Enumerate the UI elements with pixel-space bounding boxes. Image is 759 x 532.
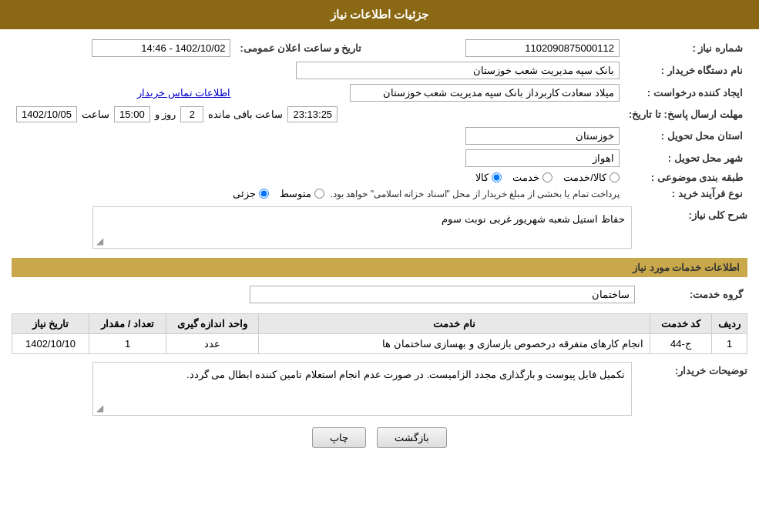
group-table: گروه خدمت: ساختمان — [12, 283, 747, 306]
radio-kala-khedmat-input[interactable] — [610, 172, 620, 182]
shomara-announce-row: شماره نیاز : 1102090875000112 تاریخ و سا… — [12, 37, 747, 59]
sharh-box-wrapper: حفاظ استیل شعبه شهریور غربی نوبت سوم ◢ — [12, 206, 632, 249]
page-wrapper: جزئیات اطلاعات نیاز شماره نیاز : 1102090… — [0, 0, 759, 532]
pardakht-text: پرداخت تمام یا بخشی از مبلغ خریدار از مح… — [331, 189, 620, 199]
type-kharid-flex: پرداخت تمام یا بخشی از مبلغ خریدار از مح… — [16, 188, 620, 199]
kala-label: کالا — [475, 172, 489, 183]
tabagheh-value: کالا/خدمت خدمت کالا — [12, 169, 624, 186]
print-button[interactable]: چاپ — [312, 427, 366, 448]
roz-label: روز و — [155, 109, 176, 120]
back-button[interactable]: بازگشت — [377, 427, 447, 448]
radio-motavaset: متوسط — [280, 188, 324, 199]
jozi-label: جزئی — [233, 188, 256, 199]
mohlat-row: مهلت ارسال پاسخ: تا تاریخ: 23:13:25 ساعت… — [12, 104, 747, 125]
radio-khedmat: خدمت — [512, 172, 552, 183]
tabagheh-label: طبقه بندی موضوعی : — [624, 169, 747, 186]
buyer-desc-value: تکمیل فایل پیوست و بارگذاری مجدد الزامیس… — [186, 369, 625, 380]
col-name: نام خدمت — [259, 314, 650, 334]
ostan-label: استان محل تحویل : — [624, 125, 747, 147]
khadamat-section-title: اطلاعات خدمات مورد نیاز — [12, 258, 747, 277]
roz-value: 2 — [180, 106, 203, 122]
services-tbody: 1 ج-44 انجام کارهای متفرقه درخصوص بازساز… — [12, 334, 747, 354]
services-thead: ردیف کد خدمت نام خدمت واحد اندازه گیری ت… — [12, 314, 747, 334]
mohlat-value: 23:13:25 ساعت باقی مانده 2 روز و 15:00 س… — [12, 104, 624, 125]
type-kharid-label: نوع فرآیند خرید : — [624, 186, 747, 202]
etelaeat-link-cell: اطلاعات تماس خریدار — [12, 82, 235, 104]
shomara-niaz-label: شماره نیاز : — [624, 37, 747, 59]
saat-value: 15:00 — [114, 106, 150, 122]
sharh-section: شرح کلی نیاز: حفاظ استیل شعبه شهریور غرب… — [12, 206, 747, 249]
name-dastgah-row: نام دستگاه خریدار : بانک سپه مدیریت شعب … — [12, 59, 747, 82]
shahr-box: اهواز — [465, 149, 620, 167]
group-label: گروه خدمت: — [640, 283, 747, 306]
name-dastgah-label: نام دستگاه خریدار : — [624, 59, 747, 82]
radio-kala-input[interactable] — [492, 172, 502, 182]
col-tarikh: تاریخ نیاز — [12, 314, 89, 334]
cell-tedad: 1 — [89, 334, 166, 354]
services-table: ردیف کد خدمت نام خدمت واحد اندازه گیری ت… — [12, 313, 747, 354]
cell-tarikh: 1402/10/10 — [12, 334, 89, 354]
table-row: 1 ج-44 انجام کارهای متفرقه درخصوص بازساز… — [12, 334, 747, 354]
col-vahed: واحد اندازه گیری — [166, 314, 259, 334]
cell-name: انجام کارهای متفرقه درخصوص بازسازی و بهس… — [259, 334, 650, 354]
shahr-value: اهواز — [12, 147, 624, 169]
col-tedad: تعداد / مقدار — [89, 314, 166, 334]
group-row: گروه خدمت: ساختمان — [12, 283, 747, 306]
col-code: کد خدمت — [650, 314, 712, 334]
name-dastgah-value: بانک سپه مدیریت شعب خوزستان — [12, 59, 624, 82]
ijad-box: میلاد سعادت کاربرداز بانک سپه مدیریت شعب… — [350, 84, 620, 102]
khedmat-label: خدمت — [512, 172, 539, 183]
radio-kala-khedmat: کالا/خدمت — [563, 172, 620, 183]
shomara-niaz-value: 1102090875000112 — [377, 37, 624, 59]
announce-label: تاریخ و ساعت اعلان عمومی: — [235, 37, 377, 59]
tabagheh-row: طبقه بندی موضوعی : کالا/خدمت خدمت — [12, 169, 747, 186]
group-value: ساختمان — [12, 283, 640, 306]
buyer-desc-section: توضیحات خریدار: تکمیل فایل پیوست و بارگذ… — [12, 362, 747, 416]
buyer-desc-label: توضیحات خریدار: — [640, 362, 747, 376]
ostan-value: خوزستان — [12, 125, 624, 147]
mohlat-label: مهلت ارسال پاسخ: تا تاریخ: — [624, 104, 747, 125]
buyer-desc-box: تکمیل فایل پیوست و بارگذاری مجدد الزامیس… — [92, 362, 632, 416]
radio-jozi-input[interactable] — [259, 189, 269, 199]
shomara-niaz-box: 1102090875000112 — [465, 39, 620, 57]
services-header-row: ردیف کد خدمت نام خدمت واحد اندازه گیری ت… — [12, 314, 747, 334]
etelaeat-link[interactable]: اطلاعات تماس خریدار — [137, 87, 230, 99]
main-content: شماره نیاز : 1102090875000112 تاریخ و سا… — [0, 29, 759, 463]
type-radio-group: متوسط جزئی — [233, 188, 324, 199]
motavaset-label: متوسط — [280, 188, 311, 199]
baqi-value: 23:13:25 — [287, 106, 338, 122]
sharh-box: حفاظ استیل شعبه شهریور غربی نوبت سوم ◢ — [92, 206, 632, 249]
tabagheh-radio-group: کالا/خدمت خدمت کالا — [16, 172, 620, 183]
announce-box: 1402/10/02 - 14:46 — [92, 39, 230, 57]
name-dastgah-box: بانک سپه مدیریت شعب خوزستان — [296, 62, 620, 79]
ijad-value: میلاد سعادت کاربرداز بانک سپه مدیریت شعب… — [235, 82, 623, 104]
group-box: ساختمان — [250, 286, 635, 303]
shahr-row: شهر محل تحویل : اهواز — [12, 147, 747, 169]
page-header: جزئیات اطلاعات نیاز — [0, 0, 759, 29]
button-group: بازگشت چاپ — [12, 427, 747, 448]
kala-khedmat-label: کالا/خدمت — [563, 172, 606, 183]
sharh-label: شرح کلی نیاز: — [640, 206, 747, 221]
saat-label: ساعت — [82, 109, 109, 120]
main-form-table: شماره نیاز : 1102090875000112 تاریخ و سا… — [12, 37, 747, 202]
desc-resize-handle-icon: ◢ — [96, 403, 103, 413]
type-kharid-value: پرداخت تمام یا بخشی از مبلغ خریدار از مح… — [12, 186, 624, 202]
date-value: 1402/10/05 — [16, 106, 77, 122]
ostan-row: استان محل تحویل : خوزستان — [12, 125, 747, 147]
radio-motavaset-input[interactable] — [314, 189, 324, 199]
cell-vahed: عدد — [166, 334, 259, 354]
ijad-label: ایجاد کننده درخواست : — [624, 82, 747, 104]
page-title: جزئیات اطلاعات نیاز — [331, 8, 428, 21]
sharh-value: حفاظ استیل شعبه شهریور غربی نوبت سوم — [442, 213, 625, 225]
resize-handle-icon: ◢ — [96, 236, 103, 246]
baqi-label: ساعت باقی مانده — [208, 109, 283, 120]
cell-code: ج-44 — [650, 334, 712, 354]
col-radif: ردیف — [712, 314, 747, 334]
announce-value: 1402/10/02 - 14:46 — [12, 37, 235, 59]
radio-jozi: جزئی — [233, 188, 269, 199]
radio-kala: کالا — [475, 172, 502, 183]
radio-khedmat-input[interactable] — [542, 172, 552, 182]
ostan-box: خوزستان — [465, 127, 620, 145]
shahr-label: شهر محل تحویل : — [624, 147, 747, 169]
cell-radif: 1 — [712, 334, 747, 354]
